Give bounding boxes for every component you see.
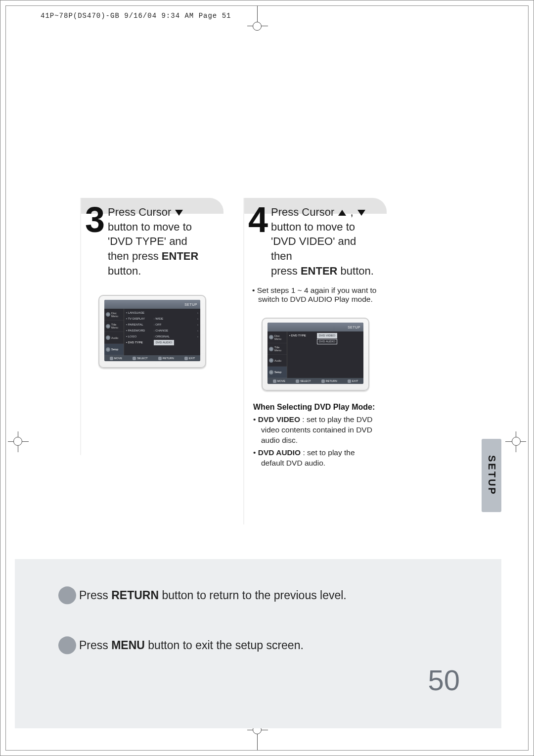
page-outer: 41P~78P(DS470)-GB 9/16/04 9:34 AM Page 5…	[0, 0, 534, 756]
running-head: 41P~78P(DS470)-GB 9/16/04 9:34 AM Page 5…	[41, 12, 231, 20]
step-3-text: Press Cursor button to move to 'DVD TYPE…	[108, 205, 214, 278]
step-4-note: Set steps 1 ~ 4 again if you want to swi…	[244, 283, 387, 306]
step-4-text: Press Cursor , button to move to 'DVD VI…	[271, 205, 377, 278]
side-item: Disc Menu	[111, 312, 124, 318]
term: DVD AUDIO	[258, 448, 301, 457]
side-item: Title Menu	[274, 346, 287, 352]
enter-label: ENTER	[162, 250, 199, 262]
bullet-circle-icon	[58, 636, 76, 654]
return-hint: Press RETURN button to return to the pre…	[79, 589, 482, 602]
cropmark-target	[13, 437, 22, 446]
bottom-panel: Press RETURN button to return to the pre…	[15, 559, 501, 728]
menu-icon	[106, 335, 110, 340]
tv-title: SETUP	[348, 326, 360, 329]
tv-title: SETUP	[184, 303, 197, 306]
page-number: 50	[428, 663, 460, 697]
term: DVD VIDEO	[258, 415, 300, 424]
triangle-down-icon	[357, 210, 365, 216]
text: button to exit the setup screen.	[148, 639, 304, 652]
side-item: Setup	[111, 348, 118, 351]
return-label: RETURN	[111, 589, 159, 602]
step-3-head: 3 Press Cursor button to move to 'DVD TY…	[81, 198, 223, 283]
tv-screenshot-step4: SETUP Disc Menu Title Menu Audio Setup •…	[262, 318, 369, 391]
text: Press	[79, 639, 111, 652]
tv-brand	[107, 303, 108, 306]
menu-icon	[269, 347, 273, 351]
text: button to move to	[271, 221, 355, 233]
step-4-head: 4 Press Cursor , button to move to 'DVD …	[244, 198, 387, 283]
text: Press	[79, 589, 111, 602]
play-mode-heading: When Selecting DVD Play Mode:	[244, 396, 387, 414]
triangle-up-icon	[338, 210, 346, 216]
step-4-card: 4 Press Cursor , button to move to 'DVD …	[243, 198, 387, 524]
triangle-down-icon	[175, 210, 183, 216]
tv-row: • DVD TYPEDVD AUDIO	[126, 339, 198, 345]
menu-icon	[269, 358, 273, 363]
menu-label: MENU	[111, 639, 145, 652]
cropmark-target	[512, 437, 521, 446]
foot-item: MOVE	[273, 379, 285, 383]
text: button.	[108, 265, 141, 277]
text: button to move to	[108, 221, 192, 233]
menu-icon	[106, 312, 110, 317]
menu-icon	[106, 347, 110, 352]
side-item: Setup	[274, 371, 281, 374]
foot-item: SELECT	[133, 357, 147, 360]
bullet-circle-icon	[58, 586, 76, 604]
setup-side-tab: SETUP	[482, 439, 501, 512]
text: Press Cursor	[271, 206, 337, 218]
tv-row: • TV DISPLAY: WIDE›	[126, 316, 198, 322]
text: 'DVD TYPE' and	[108, 235, 187, 247]
foot-item: EXIT	[184, 357, 195, 360]
tv-row: • PASSWORD: CHANGE›	[126, 328, 198, 333]
step-number: 4	[245, 202, 271, 237]
setup-label: SETUP	[486, 455, 497, 496]
menu-icon	[106, 324, 110, 329]
enter-label: ENTER	[301, 265, 338, 277]
foot-item: EXIT	[348, 379, 358, 383]
step-number: 3	[82, 202, 108, 237]
text: press	[271, 265, 301, 277]
text: 'DVD VIDEO' and then	[271, 235, 356, 262]
tv-row: • LOGO: ORIGINAL›	[126, 333, 198, 339]
text: then press	[108, 250, 162, 262]
side-item: Audio	[111, 336, 118, 339]
side-item: Disc Menu	[274, 334, 287, 340]
tv-row: • LANGUAGE›	[126, 310, 198, 316]
text: Press Cursor	[108, 206, 174, 218]
page-inner: 41P~78P(DS470)-GB 9/16/04 9:34 AM Page 5…	[5, 5, 529, 751]
tv-screenshot-step3: SETUP Disc Menu Title Menu Audio Setup •…	[98, 295, 206, 368]
text: button to return to the previous level.	[162, 589, 346, 602]
tv-row: DVD AUDIO	[289, 338, 361, 344]
text: button.	[341, 265, 374, 277]
tv-brand	[270, 326, 271, 329]
dvd-audio-def: • DVD AUDIO : set to play the default DV…	[244, 447, 387, 470]
step-3-card: 3 Press Cursor button to move to 'DVD TY…	[80, 198, 223, 455]
foot-item: MOVE	[110, 357, 122, 360]
foot-item: SELECT	[296, 379, 311, 383]
cropmark-target	[253, 22, 262, 31]
tv4-main: • DVD TYPEDVD VIDEO DVD AUDIO	[287, 331, 363, 378]
side-item: Title Menu	[111, 323, 124, 329]
dvd-video-def: • DVD VIDEO : set to play the DVD video …	[244, 414, 387, 447]
tv3-main: • LANGUAGE›• TV DISPLAY: WIDE›• PARENTAL…	[124, 309, 200, 355]
tv-row: • PARENTAL: OFF›	[126, 322, 198, 328]
menu-hint: Press MENU button to exit the setup scre…	[79, 639, 482, 652]
side-item: Audio	[274, 359, 281, 362]
foot-item: RETURN	[158, 357, 174, 360]
menu-icon	[269, 370, 273, 375]
tv-row: • DVD TYPEDVD VIDEO	[289, 332, 361, 338]
menu-icon	[269, 335, 273, 339]
foot-item: RETURN	[321, 379, 337, 383]
